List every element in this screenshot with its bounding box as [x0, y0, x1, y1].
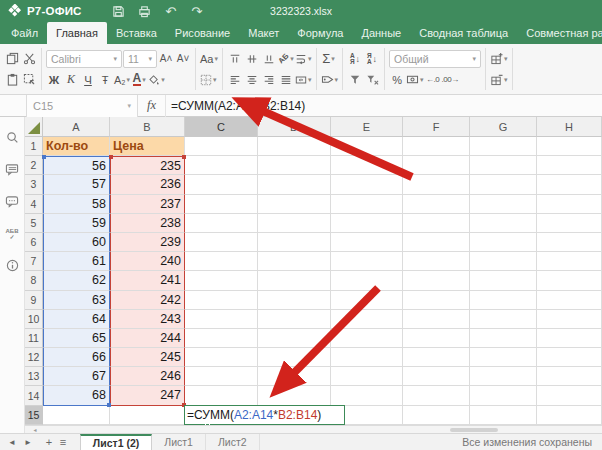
- align-left-button[interactable]: [227, 71, 243, 89]
- subscript-button[interactable]: A₂: [114, 71, 130, 89]
- autosum-button[interactable]: Σ: [321, 50, 337, 68]
- cell-C11[interactable]: [185, 329, 258, 348]
- horizontal-scrollbar[interactable]: ◄: [25, 425, 602, 433]
- cell-A5[interactable]: 59: [43, 214, 110, 233]
- decrease-decimal-button[interactable]: ←.0: [425, 71, 441, 89]
- chat-button[interactable]: [4, 193, 21, 210]
- cell-A1[interactable]: Кол-во: [43, 137, 110, 156]
- cell-D12[interactable]: [258, 348, 331, 367]
- cell-F12[interactable]: [403, 348, 470, 367]
- row-header-6[interactable]: 6: [25, 233, 43, 252]
- cell-G5[interactable]: [470, 214, 537, 233]
- row-header-8[interactable]: 8: [25, 271, 43, 290]
- cell-D6[interactable]: [258, 233, 331, 252]
- cell-G11[interactable]: [470, 329, 537, 348]
- column-header-G[interactable]: G: [470, 117, 537, 137]
- cell-G3[interactable]: [470, 175, 537, 194]
- cell-D10[interactable]: [258, 310, 331, 329]
- comments-button[interactable]: [4, 161, 21, 178]
- cell-D7[interactable]: [258, 252, 331, 271]
- cell-C14[interactable]: [185, 386, 258, 405]
- name-box[interactable]: C15: [26, 95, 138, 117]
- cell-A6[interactable]: 60: [43, 233, 110, 252]
- column-header-D[interactable]: D: [258, 117, 331, 137]
- cell-E3[interactable]: [331, 175, 403, 194]
- cell-F4[interactable]: [403, 195, 470, 214]
- clear-filter-button[interactable]: [364, 71, 380, 89]
- orientation-button[interactable]: АБ: [278, 50, 294, 68]
- column-header-H[interactable]: H: [537, 117, 602, 137]
- borders-button[interactable]: [200, 71, 217, 89]
- paste-button[interactable]: [4, 71, 20, 89]
- select-all-button[interactable]: [21, 71, 37, 89]
- cell-D13[interactable]: [258, 367, 331, 386]
- menu-tab-Главная[interactable]: Главная: [47, 22, 107, 44]
- cell-D8[interactable]: [258, 271, 331, 290]
- column-header-A[interactable]: A: [43, 117, 110, 137]
- increase-decimal-button[interactable]: .00→: [442, 71, 459, 89]
- cell-G7[interactable]: [470, 252, 537, 271]
- cell-D1[interactable]: [258, 137, 331, 156]
- row-header-9[interactable]: 9: [25, 291, 43, 310]
- cell-F6[interactable]: [403, 233, 470, 252]
- horizontal-scroll-handle[interactable]: [450, 428, 498, 432]
- cell-D14[interactable]: [258, 386, 331, 405]
- cell-G2[interactable]: [470, 156, 537, 175]
- spellcheck-button[interactable]: АБВ✓: [4, 225, 21, 242]
- cell-B10[interactable]: 243: [110, 310, 185, 329]
- cell-D11[interactable]: [258, 329, 331, 348]
- cell-C15[interactable]: =СУММ(A2:A14*B2:B14): [185, 406, 258, 425]
- cell-H1[interactable]: [537, 137, 602, 156]
- cell-G8[interactable]: [470, 271, 537, 290]
- fill-handle[interactable]: [205, 423, 210, 425]
- cell-A9[interactable]: 63: [43, 291, 110, 310]
- cell-F10[interactable]: [403, 310, 470, 329]
- redo-button[interactable]: ↷: [184, 2, 210, 20]
- formula-input[interactable]: =СУММ(A2:A14*B2:B14): [166, 99, 602, 113]
- cell-B13[interactable]: 246: [110, 367, 185, 386]
- menu-tab-Вставка[interactable]: Вставка: [107, 22, 166, 44]
- column-header-C[interactable]: C: [185, 117, 258, 137]
- row-header-13[interactable]: 13: [25, 367, 43, 386]
- cell-B15[interactable]: [110, 406, 185, 425]
- merge-cells-button[interactable]: [295, 71, 312, 89]
- cell-A11[interactable]: 65: [43, 329, 110, 348]
- cell-C12[interactable]: [185, 348, 258, 367]
- cell-A2[interactable]: 56: [43, 156, 110, 175]
- cell-H7[interactable]: [537, 252, 602, 271]
- cell-G6[interactable]: [470, 233, 537, 252]
- cell-C7[interactable]: [185, 252, 258, 271]
- cell-D4[interactable]: [258, 195, 331, 214]
- justify-button[interactable]: [278, 71, 294, 89]
- cell-A4[interactable]: 58: [43, 195, 110, 214]
- cell-B4[interactable]: 237: [110, 195, 185, 214]
- row-header-2[interactable]: 2: [25, 156, 43, 175]
- filter-button[interactable]: [347, 71, 363, 89]
- cell-H8[interactable]: [537, 271, 602, 290]
- cell-C13[interactable]: [185, 367, 258, 386]
- row-header-14[interactable]: 14: [25, 386, 43, 405]
- cell-A8[interactable]: 62: [43, 271, 110, 290]
- cell-D9[interactable]: [258, 291, 331, 310]
- percent-style-button[interactable]: %: [389, 71, 405, 89]
- insert-cells-button[interactable]: [490, 50, 508, 68]
- cell-B2[interactable]: 235: [110, 156, 185, 175]
- cut-button[interactable]: [21, 50, 37, 68]
- cell-C6[interactable]: [185, 233, 258, 252]
- row-header-3[interactable]: 3: [25, 175, 43, 194]
- cell-B5[interactable]: 238: [110, 214, 185, 233]
- cell-C3[interactable]: [185, 175, 258, 194]
- wrap-text-button[interactable]: [295, 50, 312, 68]
- row-header-11[interactable]: 11: [25, 329, 43, 348]
- cell-B3[interactable]: 236: [110, 175, 185, 194]
- underline-button[interactable]: Ч: [80, 71, 96, 89]
- cell-B12[interactable]: 245: [110, 348, 185, 367]
- cell-H3[interactable]: [537, 175, 602, 194]
- undo-button[interactable]: ↶: [158, 2, 184, 20]
- currency-style-button[interactable]: [406, 71, 424, 89]
- font-size-select[interactable]: 11: [123, 50, 157, 68]
- delete-cells-button[interactable]: [490, 71, 508, 89]
- cell-G14[interactable]: [470, 386, 537, 405]
- decrease-font-button[interactable]: A˅: [175, 50, 191, 68]
- cell-A3[interactable]: 57: [43, 175, 110, 194]
